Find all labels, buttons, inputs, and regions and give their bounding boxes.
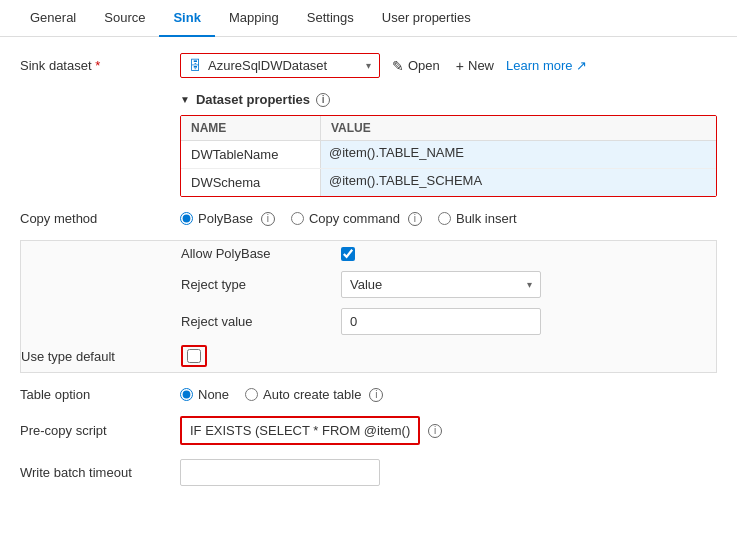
copy-method-polybase[interactable]: PolyBase i — [180, 211, 275, 226]
external-link-icon: ↗ — [576, 58, 587, 73]
new-button[interactable]: + New — [452, 56, 498, 76]
allow-polybase-checkbox[interactable] — [341, 247, 355, 261]
sink-dataset-label: Sink dataset * — [20, 58, 180, 73]
open-button[interactable]: ✎ Open — [388, 56, 444, 76]
sink-dataset-controls: 🗄 AzureSqlDWDataset ▾ ✎ Open + New Learn… — [180, 53, 717, 78]
write-batch-timeout-label: Write batch timeout — [20, 465, 180, 480]
pre-copy-script-row: Pre-copy script i — [20, 416, 717, 445]
dataset-properties-table: NAME VALUE DWTableName DWSchema — [180, 115, 717, 197]
col-value-header: VALUE — [321, 116, 716, 140]
reject-value-input[interactable] — [341, 308, 541, 335]
tab-mapping[interactable]: Mapping — [215, 0, 293, 37]
use-type-default-checkbox-wrap — [181, 345, 207, 367]
dataset-properties-info-icon[interactable]: i — [316, 93, 330, 107]
table-option-options: None Auto create table i — [180, 387, 717, 402]
col-name-header: NAME — [181, 116, 321, 140]
pre-copy-script-controls: i — [180, 416, 717, 445]
allow-polybase-row: Allow PolyBase — [21, 241, 716, 266]
pre-copy-script-wrap — [180, 416, 420, 445]
dataset-properties-header: ▼ Dataset properties i — [180, 92, 717, 107]
tab-user-properties[interactable]: User properties — [368, 0, 485, 37]
pre-copy-script-input[interactable] — [182, 418, 418, 443]
sink-dataset-value: AzureSqlDWDataset — [208, 58, 360, 73]
sink-dataset-row: Sink dataset * 🗄 AzureSqlDWDataset ▾ ✎ O… — [20, 53, 717, 78]
table-option-label: Table option — [20, 387, 180, 402]
reject-value-row: Reject value — [21, 303, 716, 340]
write-batch-timeout-controls — [180, 459, 717, 486]
table-option-none[interactable]: None — [180, 387, 229, 402]
reject-type-dropdown[interactable]: Value ▾ — [341, 271, 541, 298]
allow-polybase-label: Allow PolyBase — [181, 246, 341, 261]
table-option-row: Table option None Auto create table i — [20, 387, 717, 402]
prop-value-input-0[interactable] — [329, 145, 708, 160]
copy-method-options: PolyBase i Copy command i Bulk insert — [180, 211, 717, 226]
prop-value-0 — [321, 141, 716, 168]
plus-icon: + — [456, 58, 464, 74]
polybase-info-icon[interactable]: i — [261, 212, 275, 226]
prop-name-0: DWTableName — [181, 141, 321, 168]
copy-command-info-icon[interactable]: i — [408, 212, 422, 226]
reject-type-chevron-icon: ▾ — [527, 279, 532, 290]
tab-general[interactable]: General — [16, 0, 90, 37]
copy-method-label: Copy method — [20, 211, 180, 226]
sink-dataset-dropdown[interactable]: 🗄 AzureSqlDWDataset ▾ — [180, 53, 380, 78]
props-row-1: DWSchema — [181, 169, 716, 196]
auto-create-info-icon[interactable]: i — [369, 388, 383, 402]
copy-method-bulk-insert[interactable]: Bulk insert — [438, 211, 517, 226]
sink-panel: Sink dataset * 🗄 AzureSqlDWDataset ▾ ✎ O… — [0, 37, 737, 516]
reject-type-row: Reject type Value ▾ — [21, 266, 716, 303]
props-table-header: NAME VALUE — [181, 116, 716, 141]
prop-value-input-1[interactable] — [329, 173, 708, 188]
chevron-down-icon: ▾ — [366, 60, 371, 71]
reject-type-value: Value — [350, 277, 527, 292]
table-option-auto-create[interactable]: Auto create table i — [245, 387, 383, 402]
polybase-section: Allow PolyBase Reject type Value ▾ Rejec… — [20, 240, 717, 373]
props-row-0: DWTableName — [181, 141, 716, 169]
pre-copy-script-label: Pre-copy script — [20, 423, 180, 438]
tab-settings[interactable]: Settings — [293, 0, 368, 37]
reject-type-label: Reject type — [181, 277, 341, 292]
learn-more-link[interactable]: Learn more ↗ — [506, 58, 586, 73]
tab-source[interactable]: Source — [90, 0, 159, 37]
write-batch-timeout-input[interactable] — [180, 459, 380, 486]
prop-name-1: DWSchema — [181, 169, 321, 196]
use-type-default-checkbox[interactable] — [187, 349, 201, 363]
tab-bar: General Source Sink Mapping Settings Use… — [0, 0, 737, 37]
copy-method-row: Copy method PolyBase i Copy command i Bu… — [20, 211, 717, 226]
allow-polybase-checkbox-cell — [341, 247, 355, 261]
database-icon: 🗄 — [189, 58, 202, 73]
prop-value-1 — [321, 169, 716, 196]
pre-copy-script-info-icon[interactable]: i — [428, 424, 442, 438]
pencil-icon: ✎ — [392, 58, 404, 74]
dataset-properties-section: ▼ Dataset properties i NAME VALUE DWTabl… — [180, 92, 717, 197]
collapse-icon[interactable]: ▼ — [180, 94, 190, 105]
tab-sink[interactable]: Sink — [159, 0, 214, 37]
write-batch-timeout-row: Write batch timeout — [20, 459, 717, 486]
use-type-default-label: Use type default — [21, 349, 181, 364]
use-type-default-row: Use type default — [21, 340, 716, 372]
reject-value-label: Reject value — [181, 314, 341, 329]
copy-method-copy-command[interactable]: Copy command i — [291, 211, 422, 226]
